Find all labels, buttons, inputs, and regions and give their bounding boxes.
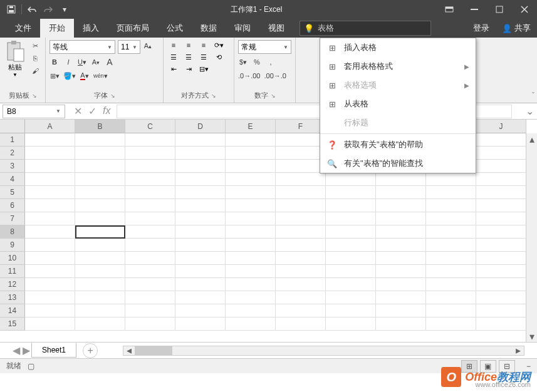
cell[interactable] xyxy=(276,291,326,304)
cell[interactable] xyxy=(175,133,226,147)
cell[interactable] xyxy=(125,133,175,147)
cell[interactable] xyxy=(426,186,476,199)
row-header[interactable]: 3 xyxy=(0,160,25,173)
cell[interactable] xyxy=(426,252,476,265)
cell[interactable] xyxy=(25,239,75,252)
cell[interactable] xyxy=(175,225,226,239)
cell[interactable] xyxy=(276,212,326,225)
cell[interactable] xyxy=(326,239,376,252)
tab-view[interactable]: 视图 xyxy=(259,19,293,38)
close-button[interactable] xyxy=(512,0,537,19)
cell[interactable] xyxy=(25,212,75,225)
cell[interactable] xyxy=(276,239,326,252)
number-format-select[interactable]: 常规▼ xyxy=(238,40,291,54)
cell[interactable] xyxy=(276,133,326,147)
collapse-ribbon-icon[interactable]: ˇ xyxy=(532,91,534,100)
cell[interactable] xyxy=(25,291,75,304)
cell[interactable] xyxy=(376,225,426,239)
cell[interactable] xyxy=(276,186,326,199)
cell[interactable] xyxy=(75,278,125,291)
cell[interactable] xyxy=(476,252,526,265)
decrease-indent-icon[interactable]: ⇤ xyxy=(167,64,180,74)
redo-button[interactable] xyxy=(42,3,55,16)
cut-icon[interactable]: ✂ xyxy=(29,40,41,51)
cell[interactable] xyxy=(25,133,75,147)
cell[interactable] xyxy=(25,265,75,278)
cell[interactable] xyxy=(426,225,476,239)
undo-button[interactable] xyxy=(26,3,38,16)
cell[interactable] xyxy=(125,265,175,278)
dd-help[interactable]: ❓ 获取有关"表格"的帮助 xyxy=(320,135,476,154)
cell[interactable] xyxy=(25,225,75,239)
dd-from-table[interactable]: ⊞ 从表格 xyxy=(320,95,476,113)
select-all-corner[interactable] xyxy=(0,120,25,133)
row-header[interactable]: 1 xyxy=(0,133,25,147)
cell[interactable] xyxy=(326,317,376,331)
underline-button[interactable]: U▾ xyxy=(77,56,87,68)
cell[interactable] xyxy=(175,304,226,317)
cell[interactable] xyxy=(125,252,175,265)
scroll-down-icon[interactable]: ▾ xyxy=(526,331,537,342)
tab-layout[interactable]: 页面布局 xyxy=(108,19,158,38)
col-header[interactable]: D xyxy=(175,120,226,133)
cell[interactable] xyxy=(226,278,276,291)
cell[interactable] xyxy=(226,239,276,252)
add-sheet-button[interactable]: + xyxy=(83,343,98,358)
copy-icon[interactable]: ⎘ xyxy=(29,53,41,64)
align-top-icon[interactable]: ≡ xyxy=(167,40,180,50)
font-large-a-icon[interactable]: A xyxy=(105,56,115,68)
tab-review[interactable]: 审阅 xyxy=(226,19,259,38)
cell[interactable] xyxy=(376,252,426,265)
font-color-button[interactable]: A▾ xyxy=(80,70,90,81)
cell[interactable] xyxy=(125,278,175,291)
cell[interactable] xyxy=(276,278,326,291)
cell[interactable] xyxy=(75,212,125,225)
login-button[interactable]: 登录 xyxy=(467,19,496,38)
increase-indent-icon[interactable]: ⇥ xyxy=(182,64,195,74)
comma-button[interactable]: , xyxy=(266,56,276,68)
cell[interactable] xyxy=(125,147,175,160)
cell[interactable] xyxy=(476,147,526,160)
tab-data[interactable]: 数据 xyxy=(192,19,226,38)
cell[interactable] xyxy=(276,304,326,317)
cell[interactable] xyxy=(75,147,125,160)
cell[interactable] xyxy=(75,173,125,186)
cell[interactable] xyxy=(376,199,426,212)
cell[interactable] xyxy=(25,160,75,173)
align-left-icon[interactable]: ☰ xyxy=(167,52,180,62)
minimize-button[interactable] xyxy=(462,0,487,19)
cell[interactable] xyxy=(175,212,226,225)
cell[interactable] xyxy=(326,304,376,317)
align-center-icon[interactable]: ☰ xyxy=(182,52,195,62)
cell[interactable] xyxy=(75,160,125,173)
dd-insert-table[interactable]: ⊞ 插入表格 xyxy=(320,38,476,57)
name-box[interactable]: B8▼ xyxy=(3,105,65,118)
col-header[interactable]: A xyxy=(25,120,75,133)
row-header[interactable]: 2 xyxy=(0,147,25,160)
border-button[interactable]: ⊞▾ xyxy=(50,70,60,81)
cell[interactable] xyxy=(226,291,276,304)
bold-button[interactable]: B xyxy=(50,56,60,68)
cell[interactable] xyxy=(376,173,426,186)
cell[interactable] xyxy=(276,199,326,212)
row-header[interactable]: 15 xyxy=(0,317,25,331)
cell[interactable] xyxy=(226,173,276,186)
cell[interactable] xyxy=(376,317,426,331)
phonetic-button[interactable]: wén▾ xyxy=(93,70,108,81)
cell[interactable] xyxy=(175,291,226,304)
cell[interactable] xyxy=(426,304,476,317)
cell[interactable] xyxy=(276,173,326,186)
col-header[interactable]: B xyxy=(75,120,125,133)
cell[interactable] xyxy=(276,317,326,331)
fill-color-button[interactable]: 🪣▾ xyxy=(63,70,76,81)
cell[interactable] xyxy=(276,225,326,239)
cell[interactable] xyxy=(226,265,276,278)
cell[interactable] xyxy=(326,225,376,239)
dd-smart-lookup[interactable]: 🔍 有关"表格"的智能查找 xyxy=(320,154,476,173)
cell[interactable] xyxy=(276,147,326,160)
cell[interactable] xyxy=(376,186,426,199)
row-header[interactable]: 12 xyxy=(0,278,25,291)
cell[interactable] xyxy=(326,199,376,212)
cell[interactable] xyxy=(226,317,276,331)
maximize-button[interactable] xyxy=(487,0,512,19)
